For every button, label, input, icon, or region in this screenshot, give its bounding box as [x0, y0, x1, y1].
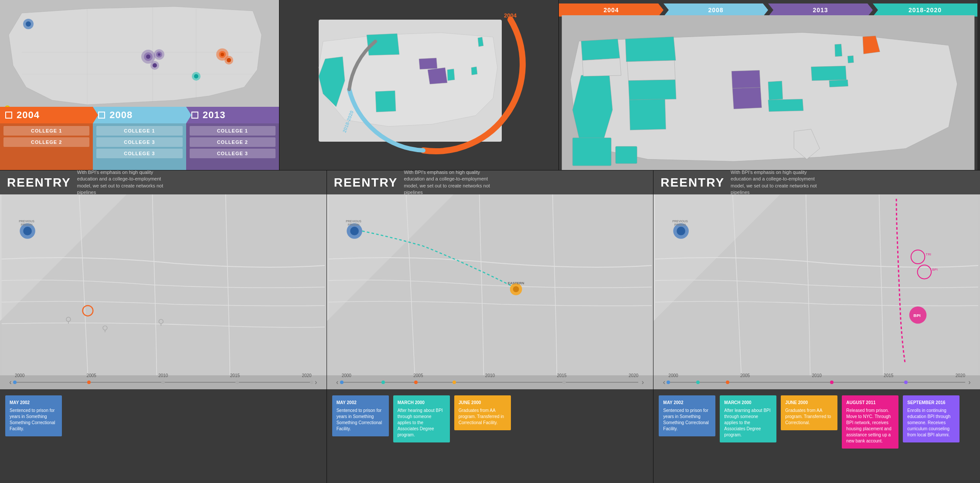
svg-text:PRISON: PRISON — [348, 223, 359, 226]
year-2005-1: 2005 — [87, 373, 96, 378]
college-badge-2008-1: COLLEGE 1 — [96, 126, 182, 136]
timeline-years-3: 2000 2005 2010 2015 2020 — [668, 373, 965, 378]
arc-svg: 2004 2018-2020 — [310, 7, 528, 163]
college-badge-2013-3: COLLEGE 3 — [190, 149, 276, 158]
svg-point-18 — [221, 53, 224, 56]
panel-reentry-2: REENTRY With BPI's emphasis on high qual… — [327, 170, 653, 483]
college-badge-2013-2: COLLEGE 2 — [190, 137, 276, 147]
year-tabs: 2004 2008 2013 2018-2020 — [559, 3, 977, 17]
svg-point-31 — [23, 227, 32, 235]
year-label-2004: 2004 — [17, 109, 40, 121]
year-icon-2008 — [98, 112, 105, 119]
event-card-3-3: JUNE 2000 Graduates from AA program. Tra… — [781, 395, 837, 430]
tick-event-3c — [830, 381, 834, 384]
reentry-subtitle-3: With BPI's emphasis on high quality educ… — [731, 170, 827, 196]
svg-text:PRISON: PRISON — [21, 223, 32, 226]
event-date-1-1: MAY 2002 — [10, 400, 58, 406]
year-label-2013: 2013 — [203, 109, 226, 121]
college-badge-2004-1: COLLEGE 1 — [3, 126, 89, 136]
event-card-2-1: MAY 2002 Sentenced to prison for years i… — [332, 395, 389, 436]
panel-map-timeline: PARTNER PRISONS 2004 COLLEGE 1 COLLEGE 2 — [0, 0, 279, 170]
college-badge-2008-2: COLLEGE 3 — [96, 137, 182, 147]
reentry-map-area-2: PREVIOUS PRISON EASTERN — [327, 194, 653, 375]
reentry-title-2: REENTRY — [334, 176, 398, 190]
event-text-3-1: Sentenced to prison for years in Somethi… — [663, 408, 711, 432]
svg-text:TRI: TRI — [926, 252, 932, 256]
event-text-3-4: Released from prison. Move to NYC. Throu… — [846, 408, 894, 444]
tab-2013[interactable]: 2013 — [768, 3, 873, 17]
reentry-map-area-3: PREVIOUS PRISON TRI BPI BPI — [653, 194, 980, 375]
svg-rect-27 — [572, 138, 611, 166]
reentry-header-2: REENTRY With BPI's emphasis on high qual… — [327, 170, 653, 194]
timeline-track-2: 2000 2005 2010 2015 2020 — [342, 382, 639, 383]
svg-point-51 — [677, 227, 686, 235]
timeline-track-3: 2000 2005 2010 2015 2020 — [668, 382, 965, 383]
college-rows-2004: COLLEGE 1 COLLEGE 2 — [0, 123, 93, 170]
tick-2015-2 — [562, 381, 566, 384]
timeline-col-2004: 2004 COLLEGE 1 COLLEGE 2 — [0, 107, 93, 170]
svg-point-15 — [153, 63, 157, 68]
timeline-col-2008: 2008 COLLEGE 1 COLLEGE 3 COLLEGE 3 — [93, 107, 186, 170]
timeline-header-2004: 2004 — [0, 107, 93, 123]
svg-text:BPI: BPI — [914, 313, 921, 318]
svg-rect-49 — [655, 194, 978, 375]
event-text-3-3: Graduates from AA program. Transferred t… — [785, 408, 833, 426]
year-2010-1: 2010 — [158, 373, 168, 378]
svg-text:BPI: BPI — [932, 268, 938, 272]
event-date-3-3: JUNE 2000 — [785, 400, 833, 406]
event-date-2-1: MAY 2002 — [337, 400, 385, 406]
svg-text:EASTERN: EASTERN — [507, 281, 524, 285]
reentry-map-area-1: PREVIOUS PRISON — [0, 194, 327, 375]
year-2000-1: 2000 — [15, 373, 24, 378]
bottom-row: REENTRY With BPI's emphasis on high qual… — [0, 170, 980, 483]
tick-2015-1 — [235, 381, 239, 384]
event-date-3-1: MAY 2002 — [663, 400, 711, 406]
tab-2018[interactable]: 2018-2020 — [873, 3, 977, 17]
svg-text:PREVIOUS: PREVIOUS — [346, 220, 361, 223]
college-rows-2013: COLLEGE 1 COLLEGE 2 COLLEGE 3 — [186, 123, 279, 170]
next-arrow-3[interactable]: › — [965, 378, 974, 387]
svg-text:2004: 2004 — [504, 12, 517, 19]
event-date-3-4: AUGUST 2011 — [846, 400, 894, 406]
tab-2004[interactable]: 2004 — [559, 3, 664, 17]
timeline-header-2013: 2013 — [186, 107, 279, 123]
tab-2008[interactable]: 2008 — [664, 3, 768, 17]
colored-map-svg — [559, 15, 977, 170]
tick-event-2c — [453, 381, 456, 384]
college-badge-2008-3: COLLEGE 3 — [96, 149, 182, 158]
event-text-2-1: Sentenced to prison for years in Somethi… — [337, 408, 385, 432]
timeline-section: 2004 COLLEGE 1 COLLEGE 2 2008 COLLEGE 1 … — [0, 107, 279, 170]
us-map-bg — [0, 0, 279, 113]
event-text-2-2: After hearing about BPI through someone … — [398, 408, 446, 438]
reentry-title-3: REENTRY — [660, 176, 725, 190]
svg-text:PRISON: PRISON — [674, 223, 686, 226]
next-arrow-2[interactable]: › — [638, 378, 647, 387]
arc-container: 2004 2018-2020 — [310, 7, 528, 163]
timeline-bar-1: ‹ 2000 2005 2010 2015 2020 › — [0, 375, 327, 389]
svg-point-10 — [146, 54, 150, 59]
year-2015-1: 2015 — [230, 373, 240, 378]
tick-2000-3 — [667, 381, 670, 384]
timeline-col-2013: 2013 COLLEGE 1 COLLEGE 2 COLLEGE 3 — [186, 107, 279, 170]
reentry-map-svg-2: PREVIOUS PRISON EASTERN — [327, 194, 653, 375]
college-badge-2004-2: COLLEGE 2 — [3, 137, 89, 147]
timeline-header-2008: 2008 — [93, 107, 186, 123]
reentry-subtitle-2: With BPI's emphasis on high quality educ… — [404, 170, 500, 196]
year-label-2008: 2008 — [109, 109, 133, 121]
tick-2000-2 — [340, 381, 344, 384]
event-text-3-5: Enrolls in continuing education BPI thro… — [907, 408, 955, 438]
svg-point-20 — [227, 58, 231, 62]
college-rows-2008: COLLEGE 1 COLLEGE 3 COLLEGE 3 — [93, 123, 186, 170]
timeline-bar-2: ‹ 2000 2005 2010 2015 2020 › — [327, 375, 653, 389]
events-section-3: MAY 2002 Sentenced to prison for years i… — [653, 389, 980, 483]
svg-point-47 — [513, 286, 519, 292]
tick-2000-1 — [13, 381, 17, 384]
svg-point-43 — [350, 227, 359, 235]
reentry-subtitle-1: With BPI's emphasis on high quality educ… — [77, 170, 173, 196]
timeline-years-2: 2000 2005 2010 2015 2020 — [342, 373, 639, 378]
event-card-2-2: MARCH 2000 After hearing about BPI throu… — [393, 395, 450, 442]
panel-arc-map: 2004 2018-2020 — [279, 0, 558, 170]
event-date-3-2: MARCH 2000 — [724, 400, 772, 406]
reentry-header-3: REENTRY With BPI's emphasis on high qual… — [653, 170, 980, 194]
svg-point-22 — [194, 74, 198, 78]
